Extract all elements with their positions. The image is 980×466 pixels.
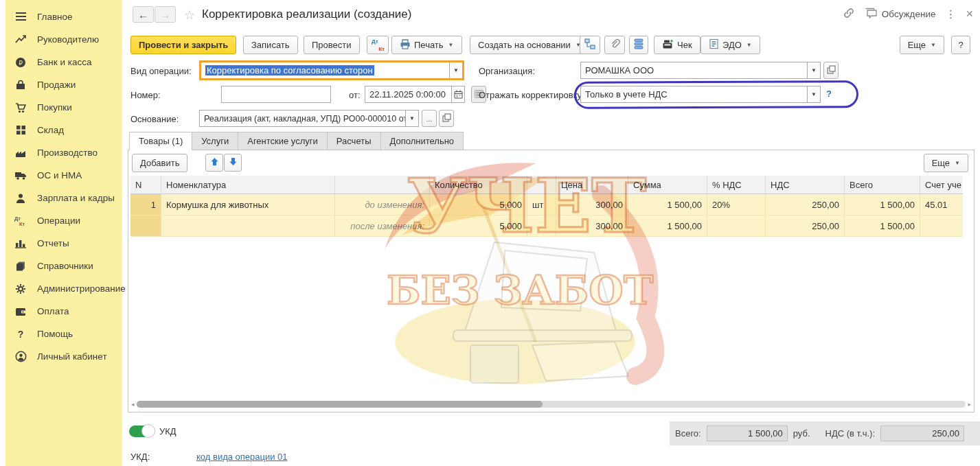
table-row-before[interactable]: 1 Кормушка для животных до изменения: 5,… [130, 194, 964, 215]
cell-sum[interactable]: 1 500,00 [628, 215, 707, 237]
add-row-button[interactable]: Добавить [132, 154, 187, 172]
back-button[interactable]: ← [133, 6, 154, 23]
horizontal-scrollbar[interactable]: ◂ ▸ [131, 400, 971, 408]
sidebar-item-purchases[interactable]: Покупки [5, 96, 122, 119]
cell-n[interactable] [130, 215, 161, 237]
favorite-star-icon[interactable]: ☆ [184, 8, 195, 23]
tab-goods[interactable]: Товары (1) [129, 132, 192, 150]
col-nomenclature[interactable]: Номенклатура [161, 176, 335, 194]
scroll-left-icon[interactable]: ◂ [131, 401, 137, 408]
save-button[interactable]: Записать [243, 36, 298, 54]
move-up-button[interactable] [205, 154, 223, 172]
sidebar-item-account[interactable]: Личный кабинет [5, 345, 122, 368]
sidebar-item-help[interactable]: ? Помощь [5, 323, 122, 345]
organization-field[interactable]: РОМАШКА ООО ▼ [580, 62, 821, 79]
table-row-after[interactable]: после изменения: 5,000 300,00 1 500,00 2… [130, 215, 964, 237]
toggle-knob[interactable] [141, 424, 155, 438]
col-account[interactable]: Счет уче [920, 176, 963, 194]
cell-nomenclature[interactable] [161, 215, 335, 237]
col-price[interactable]: Цена [556, 176, 628, 194]
col-unit[interactable] [527, 176, 556, 194]
toolbar-help-button[interactable]: ? [951, 36, 970, 54]
attachments-button[interactable] [604, 36, 625, 54]
organization-dropdown-icon[interactable]: ▼ [807, 62, 820, 78]
grid-more-button[interactable]: Еще▼ [924, 154, 968, 172]
sidebar-item-sales[interactable]: Продажи [5, 73, 122, 96]
col-sum[interactable]: Сумма [628, 176, 707, 194]
organization-open-button[interactable] [823, 62, 839, 79]
cell-price[interactable]: 300,00 [556, 194, 628, 215]
cell-price[interactable]: 300,00 [556, 215, 628, 237]
post-button[interactable]: Провести [304, 36, 360, 54]
toolbar-more-button[interactable]: Еще▼ [900, 36, 944, 54]
edo-button[interactable]: ЭДО▼ [700, 36, 760, 54]
cell-n[interactable]: 1 [130, 194, 161, 215]
basis-ellipsis-button[interactable]: ... [422, 110, 437, 127]
cell-total[interactable]: 1 500,00 [845, 194, 920, 215]
scrollbar-track[interactable] [137, 401, 966, 408]
date-field[interactable]: 22.11.2025 0:00:00 [365, 86, 465, 103]
sidebar-item-reports[interactable]: Отчеты [5, 232, 122, 255]
tab-additional[interactable]: Дополнительно [380, 132, 464, 150]
cell-sum[interactable]: 1 500,00 [628, 194, 707, 215]
sidebar-item-operations[interactable]: ДтКт Операции [5, 209, 122, 232]
col-modifier[interactable] [335, 176, 430, 194]
operation-type-field[interactable]: Корректировка по согласованию сторон ▼ [199, 60, 464, 80]
number-field[interactable] [221, 86, 331, 103]
link-icon[interactable] [843, 7, 855, 21]
sidebar-item-fixed-assets[interactable]: ОС и НМА [5, 164, 122, 187]
dtkt-postings-button[interactable]: ДтКт [367, 36, 389, 54]
cell-nomenclature[interactable]: Кормушка для животных [161, 194, 335, 215]
sidebar-item-payroll[interactable]: Зарплата и кадры [5, 187, 122, 209]
cell-account[interactable]: 45.01 [920, 194, 963, 215]
cell-total[interactable]: 1 500,00 [845, 215, 920, 237]
post-and-close-button[interactable]: Провести и закрыть [130, 36, 236, 54]
ukd-toggle[interactable] [129, 426, 154, 437]
basis-field[interactable]: Реализация (акт, накладная, УПД) РО00-00… [199, 110, 419, 127]
sidebar-item-directories[interactable]: Справочники [5, 255, 122, 277]
cell-vat[interactable]: 250,00 [766, 215, 845, 237]
ukd-operation-code-link[interactable]: код вида операции 01 [196, 452, 288, 462]
cell-account[interactable] [920, 215, 963, 237]
col-quantity[interactable]: Количество [430, 176, 527, 194]
col-vat-rate[interactable]: % НДС [707, 176, 766, 194]
cell-unit[interactable]: шт [527, 194, 556, 215]
cell-quantity[interactable]: 5,000 [430, 194, 527, 215]
col-total[interactable]: Всего [845, 176, 920, 194]
sidebar-item-administration[interactable]: Администрирование [5, 277, 122, 300]
calendar-icon[interactable] [451, 86, 464, 102]
discussion-button[interactable]: Обсуждение [865, 8, 936, 21]
col-vat[interactable]: НДС [766, 176, 845, 194]
tab-services[interactable]: Услуги [192, 132, 238, 150]
check-button[interactable]: Чек [654, 36, 700, 54]
sidebar-item-bank[interactable]: ₽ Банк и касса [5, 51, 122, 73]
col-n[interactable]: N [130, 176, 161, 194]
cell-vat[interactable]: 250,00 [766, 194, 845, 215]
close-icon[interactable]: × [966, 7, 973, 21]
move-down-button[interactable] [224, 154, 242, 172]
print-button[interactable]: Печать▼ [391, 36, 462, 54]
cell-vat-rate[interactable] [707, 215, 766, 237]
scrollbar-thumb[interactable] [137, 401, 543, 408]
operation-type-dropdown-icon[interactable]: ▼ [449, 62, 462, 78]
sidebar-item-manager[interactable]: Руководителю [5, 28, 122, 51]
cell-quantity[interactable]: 5,000 [430, 215, 527, 237]
reflect-dropdown-icon[interactable]: ▼ [807, 86, 820, 102]
sidebar-item-production[interactable]: Производство [5, 141, 122, 164]
tab-settlements[interactable]: Расчеты [327, 132, 380, 150]
basis-dropdown-icon[interactable]: ▼ [405, 110, 418, 126]
basis-open-button[interactable] [439, 110, 454, 127]
scroll-right-icon[interactable]: ▸ [966, 401, 971, 408]
reflect-help-link[interactable]: ? [826, 89, 832, 99]
reflect-adjustment-field[interactable]: Только в учете НДС ▼ [580, 86, 821, 103]
sidebar-item-warehouse[interactable]: Склад [5, 119, 122, 141]
sidebar-item-payment[interactable]: Оплата [5, 300, 122, 323]
create-from-button[interactable]: Создать на основании▼ [470, 36, 589, 54]
kebab-menu-icon[interactable]: ⋮ [945, 8, 956, 21]
forward-button[interactable]: → [155, 6, 176, 23]
sidebar-item-main[interactable]: Главное [5, 5, 122, 28]
registers-button[interactable] [629, 36, 648, 54]
cell-unit[interactable] [527, 215, 556, 237]
related-documents-button[interactable] [580, 36, 600, 54]
tab-agent-services[interactable]: Агентские услуги [238, 132, 327, 150]
